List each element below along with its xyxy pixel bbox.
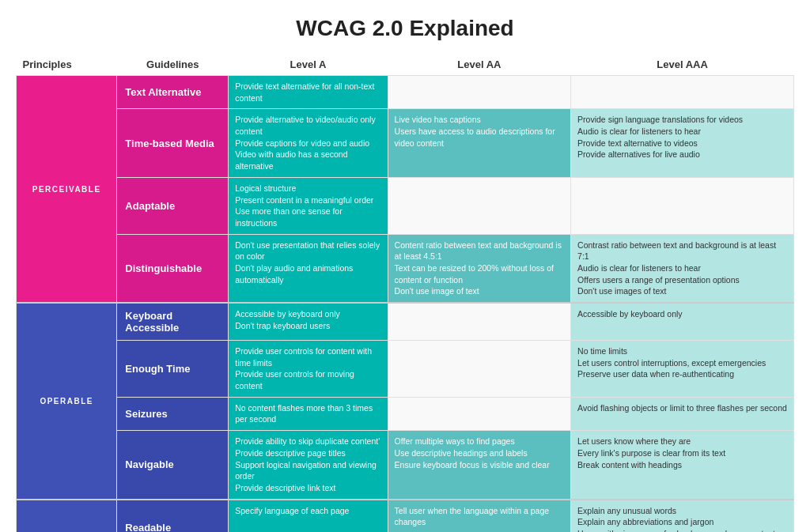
level-a-cell: No content flashes more than 3 times per… [229, 397, 388, 430]
level-aa-cell [388, 341, 571, 398]
col-header-principles: Principles [17, 54, 117, 76]
level-aaa-cell [571, 76, 794, 109]
level-aa-cell [388, 177, 571, 234]
level-aaa-cell: Explain any unusual wordsExplain any abb… [571, 500, 794, 532]
level-a-cell: Provide user controls for content with t… [229, 341, 388, 398]
level-aa-cell [388, 76, 571, 109]
guideline-seizures: Seizures [117, 397, 229, 430]
guideline-readable: Readable [117, 500, 229, 532]
level-aa-cell [388, 397, 571, 430]
guideline-enough-time: Enough Time [117, 341, 229, 398]
level-a-cell: Accessible by keyboard onlyDon't trap ke… [229, 303, 388, 341]
wcag-table: Principles Guidelines Level A Level AA L… [16, 54, 794, 532]
level-aa-cell: Content ratio between text and backgroun… [388, 234, 571, 303]
level-a-cell: Provide alternative to video/audio only … [229, 109, 388, 177]
col-header-guidelines: Guidelines [117, 54, 229, 76]
guideline-text-alternative: Text Alternative [117, 76, 229, 109]
level-aa-cell [388, 303, 571, 341]
guideline-time-based-media: Time-based Media [117, 109, 229, 177]
level-aaa-cell: Avoid flashing objects or limit to three… [571, 397, 794, 430]
col-header-level-aa: Level AA [388, 54, 571, 76]
principle-perceivable: PERCEIVABLE [17, 76, 117, 304]
level-aa-cell: Tell user when the language within a pag… [388, 500, 571, 532]
level-a-cell: Provide text alternative for all non-tex… [229, 76, 388, 109]
level-a-cell: Specify language of each page [229, 500, 388, 532]
guideline-navigable: Navigable [117, 431, 229, 500]
level-aaa-cell: No time limitsLet users control interrup… [571, 341, 794, 398]
level-aa-cell: Live video has captionsUsers have access… [388, 109, 571, 177]
level-aaa-cell: Provide sign language translations for v… [571, 109, 794, 177]
level-aa-cell: Offer multiple ways to find pagesUse des… [388, 431, 571, 500]
col-header-level-a: Level A [229, 54, 388, 76]
level-aaa-cell: Let users know where they areEvery link'… [571, 431, 794, 500]
guideline-adaptable: Adaptable [117, 177, 229, 234]
level-a-cell: Provide ability to skip duplicate conten… [229, 431, 388, 500]
guideline-keyboard-accessible: Keyboard Accessible [117, 303, 229, 341]
level-aaa-cell: Contrast ratio between text and backgrou… [571, 234, 794, 303]
principle-understandable: UNDERSTANDABLE [17, 500, 117, 532]
guideline-distinguishable: Distinguishable [117, 234, 229, 303]
level-a-cell: Logical structurePresent content in a me… [229, 177, 388, 234]
principle-operable: OPERABLE [17, 303, 117, 500]
level-aaa-cell: Accessible by keyboard only [571, 303, 794, 341]
col-header-level-aaa: Level AAA [571, 54, 794, 76]
level-aaa-cell [571, 177, 794, 234]
level-a-cell: Don't use presentation that relies solel… [229, 234, 388, 303]
page-title: WCAG 2.0 Explained [16, 16, 794, 41]
